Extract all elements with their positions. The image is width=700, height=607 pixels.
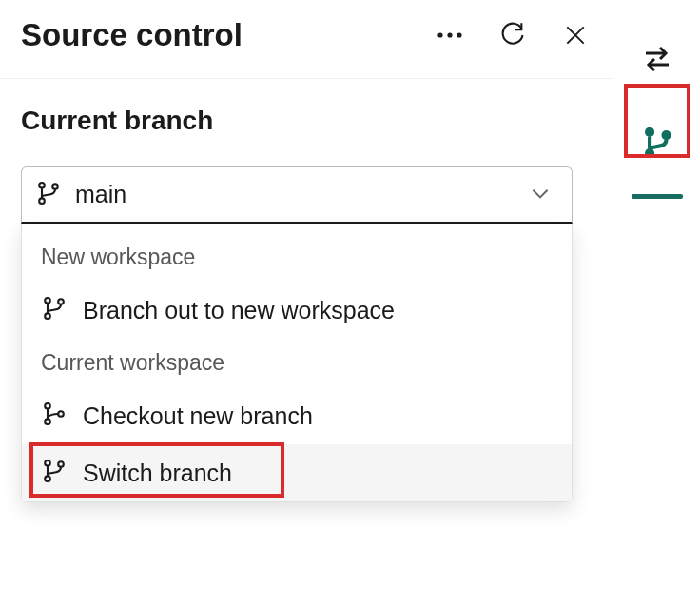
branch-select[interactable]: main: [21, 166, 573, 224]
svg-point-14: [45, 460, 50, 466]
menu-item-switch[interactable]: Switch branch: [22, 444, 572, 501]
right-rail: [612, 0, 700, 607]
refresh-icon: [499, 22, 526, 49]
svg-point-15: [45, 476, 50, 481]
close-icon: [563, 23, 588, 48]
ellipsis-icon: [437, 31, 463, 39]
panel-header: Source control: [0, 0, 612, 79]
swap-arrows-icon: [640, 42, 674, 76]
svg-point-13: [58, 411, 64, 417]
menu-item-branch-out[interactable]: Branch out to new workspace: [22, 282, 572, 339]
rail-source-control-button[interactable]: [627, 112, 688, 173]
rail-active-indicator: [632, 194, 683, 199]
menu-item-label: Branch out to new workspace: [83, 297, 395, 324]
svg-point-5: [39, 183, 45, 188]
refresh-button[interactable]: [498, 21, 527, 49]
svg-point-7: [52, 184, 58, 189]
branch-icon: [41, 295, 69, 325]
svg-point-9: [45, 313, 50, 319]
current-branch-label: Current branch: [21, 106, 592, 136]
svg-point-16: [58, 461, 64, 467]
close-button[interactable]: [561, 21, 590, 49]
chevron-down-icon: [528, 181, 553, 209]
svg-point-10: [58, 299, 64, 304]
source-control-icon: [639, 125, 675, 161]
svg-point-17: [645, 127, 654, 137]
panel-title: Source control: [21, 17, 243, 53]
svg-point-19: [661, 130, 671, 140]
svg-point-8: [45, 298, 50, 304]
svg-point-18: [645, 148, 654, 158]
svg-point-12: [45, 419, 50, 424]
menu-item-label: Switch branch: [83, 460, 232, 487]
branch-icon: [35, 180, 62, 210]
branch-icon: [41, 458, 69, 488]
svg-point-1: [447, 32, 452, 37]
svg-point-2: [457, 32, 461, 37]
source-control-panel: Source control: [0, 0, 612, 607]
header-actions: [436, 21, 595, 49]
menu-item-checkout[interactable]: Checkout new branch: [22, 387, 572, 444]
group-label-new-workspace: New workspace: [22, 233, 572, 282]
checkout-branch-icon: [41, 401, 69, 431]
branch-dropdown: New workspace Branch out to new workspac…: [21, 224, 573, 502]
svg-point-6: [39, 198, 45, 204]
more-options-button[interactable]: [436, 21, 464, 49]
branch-select-value: main: [75, 181, 528, 208]
rail-sync-button[interactable]: [627, 29, 688, 89]
group-label-current-workspace: Current workspace: [22, 339, 572, 387]
menu-item-label: Checkout new branch: [83, 402, 313, 430]
svg-point-11: [45, 403, 50, 409]
svg-point-0: [438, 32, 442, 37]
panel-body: Current branch main: [0, 79, 612, 502]
